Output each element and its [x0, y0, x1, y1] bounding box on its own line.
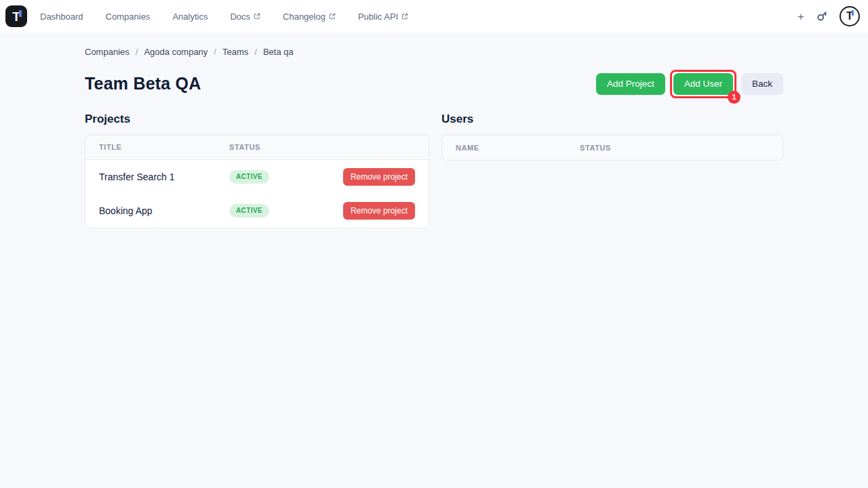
projects-table: Title Status Transfer Search 1 ACTIVE Re…: [85, 135, 429, 228]
add-project-button[interactable]: Add Project: [596, 73, 665, 95]
content-columns: Projects Title Status Transfer Search 1 …: [85, 113, 783, 228]
page-title: Team Beta QA: [85, 74, 201, 94]
add-user-button[interactable]: Add User: [673, 73, 733, 95]
breadcrumb-teams[interactable]: Teams: [222, 47, 248, 57]
breadcrumb-agoda-company[interactable]: Agoda company: [144, 47, 208, 57]
column-header-name: Name: [456, 144, 580, 152]
nav-item-dashboard[interactable]: Dashboard: [40, 12, 83, 22]
nav-item-docs[interactable]: Docs: [230, 12, 260, 22]
projects-heading: Projects: [85, 113, 429, 126]
status-badge: ACTIVE: [229, 204, 269, 218]
external-link-icon: [329, 13, 336, 20]
back-button[interactable]: Back: [741, 73, 783, 95]
users-table-header: Name Status: [442, 136, 783, 160]
column-header-title: Title: [99, 143, 229, 151]
nav-item-public-api[interactable]: Public API: [358, 12, 408, 22]
users-table: Name Status: [441, 135, 783, 161]
status-badge: ACTIVE: [229, 170, 269, 184]
external-link-icon: [254, 13, 260, 20]
projects-table-header: Title Status: [85, 136, 429, 160]
avatar[interactable]: T: [840, 6, 860, 26]
remove-project-button[interactable]: Remove project: [343, 202, 415, 220]
breadcrumb-companies[interactable]: Companies: [85, 47, 130, 57]
annotation-highlight-box: Add User 1: [670, 70, 736, 98]
breadcrumb-beta-qa: Beta qa: [263, 47, 294, 57]
app-logo-accent: [19, 10, 22, 17]
project-title: Booking App: [99, 205, 229, 216]
nav-item-changelog[interactable]: Changelog: [283, 12, 336, 22]
breadcrumb: Companies / Agoda company / Teams / Beta…: [85, 33, 783, 57]
page-header: Team Beta QA Add Project Add User 1 Back: [85, 70, 783, 98]
remove-project-button[interactable]: Remove project: [343, 168, 415, 186]
column-header-status: Status: [580, 144, 769, 152]
navbar-right-group: + T: [797, 6, 860, 26]
table-row: Transfer Search 1 ACTIVE Remove project: [85, 160, 429, 194]
breadcrumb-separator: /: [254, 47, 257, 57]
plus-icon[interactable]: +: [797, 11, 804, 22]
projects-section: Projects Title Status Transfer Search 1 …: [85, 113, 429, 228]
app-logo[interactable]: T: [5, 5, 27, 27]
search-icon[interactable]: [816, 10, 828, 22]
users-section: Users Name Status: [441, 113, 783, 161]
breadcrumb-separator: /: [136, 47, 138, 57]
top-navbar: T Dashboard Companies Analytics Docs Cha…: [0, 0, 868, 33]
external-link-icon: [401, 13, 408, 20]
main-content: Companies / Agoda company / Teams / Beta…: [85, 33, 783, 228]
avatar-accent: [852, 10, 854, 16]
column-header-status: Status: [229, 143, 415, 151]
users-heading: Users: [441, 113, 783, 126]
nav-item-companies[interactable]: Companies: [106, 12, 151, 22]
nav-item-analytics[interactable]: Analytics: [172, 12, 208, 22]
page-actions: Add Project Add User 1 Back: [596, 70, 783, 98]
annotation-badge: 1: [728, 91, 741, 104]
nav-menu: Dashboard Companies Analytics Docs Chang…: [40, 12, 408, 22]
project-title: Transfer Search 1: [99, 171, 229, 182]
table-row: Booking App ACTIVE Remove project: [85, 194, 429, 228]
breadcrumb-separator: /: [214, 47, 216, 57]
